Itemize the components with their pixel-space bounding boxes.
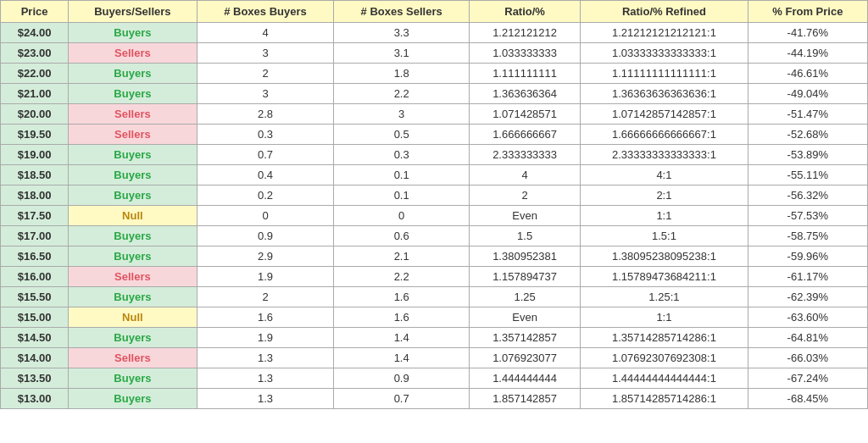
ratio-refined-cell: 1.07692307692308:1: [581, 348, 748, 368]
bs-cell: Buyers: [69, 368, 198, 389]
from-price-cell: -55.11%: [748, 165, 867, 186]
ratio-refined-cell: 2:1: [581, 186, 748, 206]
ratio-refined-cell: 1.5:1: [581, 226, 748, 246]
price-cell: $18.00: [1, 186, 69, 206]
ratio-refined-cell: 1.35714285714286:1: [581, 328, 748, 348]
boxes-sellers-cell: 0.6: [334, 226, 470, 246]
boxes-buyers-cell: 4: [197, 23, 334, 43]
table-row: $13.00Buyers1.30.71.8571428571.857142857…: [1, 389, 868, 409]
table-row: $16.00Sellers1.92.21.1578947371.15789473…: [1, 267, 868, 287]
table-row: $22.00Buyers21.81.1111111111.11111111111…: [1, 64, 868, 84]
boxes-buyers-cell: 1.3: [197, 368, 334, 389]
table-row: $24.00Buyers43.31.2121212121.21212121212…: [1, 23, 868, 43]
ratio-refined-cell: 2.33333333333333:1: [581, 145, 748, 165]
ratio-refined-cell: 1.85714285714286:1: [581, 389, 748, 409]
from-price-cell: -67.24%: [748, 368, 867, 389]
ratio-refined-cell: 1.15789473684211:1: [581, 267, 748, 287]
bs-cell: Buyers: [69, 145, 198, 165]
boxes-sellers-cell: 3.3: [334, 23, 470, 43]
bs-cell: Buyers: [69, 165, 198, 186]
from-price-cell: -57.53%: [748, 206, 867, 226]
from-price-cell: -66.03%: [748, 348, 867, 368]
from-price-cell: -46.61%: [748, 64, 867, 84]
col-header-5: Ratio/% Refined: [581, 1, 748, 23]
table-row: $19.00Buyers0.70.32.3333333332.333333333…: [1, 145, 868, 165]
ratio-refined-cell: 4:1: [581, 165, 748, 186]
ratio-cell: 4: [470, 165, 581, 186]
ratio-refined-cell: 1.11111111111111:1: [581, 64, 748, 84]
price-cell: $23.00: [1, 43, 69, 64]
from-price-cell: -52.68%: [748, 125, 867, 145]
boxes-buyers-cell: 1.3: [197, 348, 334, 368]
bs-cell: Buyers: [69, 64, 198, 84]
col-header-2: # Boxes Buyers: [197, 1, 334, 23]
boxes-sellers-cell: 0.7: [334, 389, 470, 409]
from-price-cell: -59.96%: [748, 246, 867, 267]
boxes-buyers-cell: 1.9: [197, 328, 334, 348]
boxes-sellers-cell: 0.5: [334, 125, 470, 145]
ratio-cell: 1.857142857: [470, 389, 581, 409]
price-cell: $14.00: [1, 348, 69, 368]
boxes-buyers-cell: 1.3: [197, 389, 334, 409]
ratio-cell: 1.444444444: [470, 368, 581, 389]
price-cell: $22.00: [1, 64, 69, 84]
col-header-6: % From Price: [748, 1, 867, 23]
table-row: $15.50Buyers21.61.251.25:1-62.39%: [1, 287, 868, 307]
boxes-buyers-cell: 0.2: [197, 186, 334, 206]
boxes-buyers-cell: 2: [197, 287, 334, 307]
ratio-cell: 1.033333333: [470, 43, 581, 64]
bs-cell: Buyers: [69, 84, 198, 104]
ratio-cell: 2.333333333: [470, 145, 581, 165]
boxes-buyers-cell: 2: [197, 64, 334, 84]
price-cell: $18.50: [1, 165, 69, 186]
price-cell: $13.00: [1, 389, 69, 409]
ratio-refined-cell: 1.21212121212121:1: [581, 23, 748, 43]
table-row: $16.50Buyers2.92.11.3809523811.380952380…: [1, 246, 868, 267]
from-price-cell: -44.19%: [748, 43, 867, 64]
table-row: $21.00Buyers32.21.3636363641.36363636363…: [1, 84, 868, 104]
from-price-cell: -53.89%: [748, 145, 867, 165]
col-header-1: Buyers/Sellers: [69, 1, 198, 23]
bs-cell: Null: [69, 206, 198, 226]
price-cell: $19.00: [1, 145, 69, 165]
from-price-cell: -58.75%: [748, 226, 867, 246]
from-price-cell: -64.81%: [748, 328, 867, 348]
bs-cell: Buyers: [69, 287, 198, 307]
boxes-buyers-cell: 0.4: [197, 165, 334, 186]
ratio-cell: 1.357142857: [470, 328, 581, 348]
boxes-sellers-cell: 1.6: [334, 287, 470, 307]
price-cell: $21.00: [1, 84, 69, 104]
price-cell: $15.50: [1, 287, 69, 307]
price-cell: $15.00: [1, 307, 69, 328]
ratio-refined-cell: 1.07142857142857:1: [581, 104, 748, 125]
boxes-buyers-cell: 1.9: [197, 267, 334, 287]
price-cell: $14.50: [1, 328, 69, 348]
boxes-buyers-cell: 3: [197, 43, 334, 64]
col-header-3: # Boxes Sellers: [334, 1, 470, 23]
ratio-cell: 1.363636364: [470, 84, 581, 104]
price-table: PriceBuyers/Sellers# Boxes Buyers# Boxes…: [0, 0, 868, 409]
table-row: $20.00Sellers2.831.0714285711.0714285714…: [1, 104, 868, 125]
boxes-buyers-cell: 0.7: [197, 145, 334, 165]
boxes-sellers-cell: 2.2: [334, 84, 470, 104]
ratio-refined-cell: 1:1: [581, 206, 748, 226]
bs-cell: Buyers: [69, 186, 198, 206]
ratio-cell: 1.076923077: [470, 348, 581, 368]
ratio-cell: 1.157894737: [470, 267, 581, 287]
table-row: $14.00Sellers1.31.41.0769230771.07692307…: [1, 348, 868, 368]
ratio-refined-cell: 1.66666666666667:1: [581, 125, 748, 145]
ratio-cell: 1.5: [470, 226, 581, 246]
price-cell: $16.50: [1, 246, 69, 267]
bs-cell: Null: [69, 307, 198, 328]
ratio-cell: 1.666666667: [470, 125, 581, 145]
bs-cell: Buyers: [69, 23, 198, 43]
price-cell: $19.50: [1, 125, 69, 145]
bs-cell: Sellers: [69, 104, 198, 125]
ratio-cell: 1.111111111: [470, 64, 581, 84]
bs-cell: Sellers: [69, 348, 198, 368]
ratio-cell: 1.25: [470, 287, 581, 307]
ratio-cell: 1.380952381: [470, 246, 581, 267]
ratio-refined-cell: 1:1: [581, 307, 748, 328]
ratio-cell: 1.071428571: [470, 104, 581, 125]
from-price-cell: -62.39%: [748, 287, 867, 307]
